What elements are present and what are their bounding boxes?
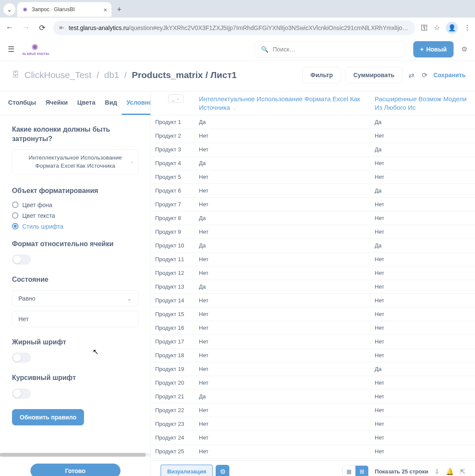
menu-icon[interactable]: ⋮ (464, 24, 471, 32)
cell-product[interactable]: Продукт 21 (151, 390, 193, 404)
bookmark-icon[interactable]: ☆ (434, 24, 440, 32)
cell-col2[interactable]: Нет (369, 349, 475, 362)
update-rule-button[interactable]: Обновить правило (12, 409, 84, 425)
cell-col1[interactable]: Нет (193, 253, 369, 266)
filter-button[interactable]: Фильтр (302, 67, 341, 83)
row-count[interactable]: Показать 25 строки (375, 468, 428, 475)
table-row[interactable]: Продукт 4ДаНет (151, 157, 475, 170)
cell-product[interactable]: Продукт 13 (151, 280, 193, 294)
editor-icon[interactable]: ⇄ (407, 69, 416, 81)
table-row[interactable]: Продукт 20НетНет (151, 376, 475, 390)
cell-col1[interactable]: Нет (193, 445, 369, 458)
cell-col1[interactable]: Нет (193, 225, 369, 239)
cell-col1[interactable]: Да (193, 157, 369, 170)
table-row[interactable]: Продукт 11НетНет (151, 253, 475, 266)
cell-col1[interactable]: Нет (193, 184, 369, 198)
cell-col2[interactable]: Нет (369, 335, 475, 349)
cell-col2[interactable]: Да (369, 143, 475, 157)
cell-col1[interactable]: Нет (193, 143, 369, 157)
breadcrumb-schema[interactable]: db1 (104, 70, 119, 80)
table-row[interactable]: Продукт 6НетДа (151, 184, 475, 198)
refresh-icon[interactable]: ⟳ (420, 69, 429, 81)
browser-tab[interactable]: ✺ Запрос · GlarusBI × (17, 2, 111, 17)
cell-product[interactable]: Продукт 25 (151, 445, 193, 458)
cell-col1[interactable]: Нет (193, 335, 369, 349)
cell-product[interactable]: Продукт 10 (151, 239, 193, 253)
radio-bg-color[interactable]: Цвет фона (12, 202, 138, 208)
radio-font-style[interactable]: Стиль шрифта (12, 223, 138, 230)
table-row[interactable]: Продукт 21ДаНет (151, 390, 475, 404)
bold-toggle[interactable] (12, 352, 31, 363)
tab-columns[interactable]: Столбцы (3, 91, 41, 115)
breadcrumb-table[interactable]: Products_matrix / Лист1 (132, 70, 237, 80)
visualization-button[interactable]: Визуализация (160, 464, 213, 476)
cell-col1[interactable]: Нет (193, 376, 369, 390)
cell-col2[interactable]: Да (369, 239, 475, 253)
settings-icon[interactable]: ⚙ (461, 45, 467, 53)
cell-product[interactable]: Продукт 9 (151, 225, 193, 239)
cell-product[interactable]: Продукт 3 (151, 143, 193, 157)
cell-col2[interactable]: Нет (369, 211, 475, 225)
cell-col1[interactable]: Да (193, 239, 369, 253)
cell-col1[interactable]: Да (193, 390, 369, 404)
table-row[interactable]: Продукт 25НетНет (151, 445, 475, 458)
cell-col1[interactable]: Нет (193, 349, 369, 362)
radio-text-color[interactable]: Цвет текста (12, 212, 138, 219)
download-icon[interactable]: ⇩ (434, 468, 440, 476)
table-row[interactable]: Продукт 2НетНет (151, 129, 475, 143)
cell-product[interactable]: Продукт 23 (151, 417, 193, 431)
table-row[interactable]: Продукт 9НетНет (151, 225, 475, 239)
cell-product[interactable]: Продукт 1 (151, 115, 193, 129)
cell-col2[interactable]: Нет (369, 390, 475, 404)
profile-avatar-icon[interactable]: 👤 (446, 22, 458, 34)
cell-product[interactable]: Продукт 6 (151, 184, 193, 198)
cell-col1[interactable]: Нет (193, 129, 369, 143)
operator-select[interactable]: Равно⌄ (12, 290, 138, 307)
cell-product[interactable]: Продукт 22 (151, 404, 193, 417)
table-row[interactable]: Продукт 24НетНет (151, 431, 475, 445)
bell-icon[interactable]: 🔔 (446, 468, 454, 476)
cell-col2[interactable]: Да (369, 115, 475, 129)
table-row[interactable]: Продукт 13ДаНет (151, 280, 475, 294)
cell-col1[interactable]: Нет (193, 198, 369, 211)
table-row[interactable]: Продукт 22НетНет (151, 404, 475, 417)
hamburger-icon[interactable]: ☰ (8, 45, 15, 54)
table-view-button[interactable]: ▦ (343, 466, 355, 476)
table-row[interactable]: Продукт 8ДаНет (151, 211, 475, 225)
cell-product[interactable]: Продукт 8 (151, 211, 193, 225)
tab-view[interactable]: Вид (100, 91, 122, 115)
reload-button[interactable]: ⟳ (37, 23, 47, 33)
cell-col2[interactable]: Да (369, 184, 475, 198)
cell-col1[interactable]: Нет (193, 431, 369, 445)
cell-col1[interactable]: Да (193, 211, 369, 225)
cell-col2[interactable]: Нет (369, 225, 475, 239)
cell-col2[interactable]: Нет (369, 307, 475, 321)
relative-cell-toggle[interactable] (12, 254, 31, 265)
site-info-icon[interactable]: ≡◦ (59, 24, 64, 31)
cell-col2[interactable]: Нет (369, 280, 475, 294)
col-header-2[interactable]: Расширенные Возмож Модели Из Любого Ис (369, 91, 475, 115)
cell-product[interactable]: Продукт 18 (151, 349, 193, 362)
italic-toggle[interactable] (12, 389, 31, 399)
forward-button[interactable]: → (21, 23, 31, 32)
cell-product[interactable]: Продукт 12 (151, 266, 193, 280)
cell-col1[interactable]: Нет (193, 170, 369, 184)
table-row[interactable]: Продукт 12НетНет (151, 266, 475, 280)
tab-cells[interactable]: Ячейки (41, 91, 72, 115)
sidebar-scrollbar-thumb[interactable] (0, 453, 146, 457)
cell-col1[interactable]: Нет (193, 266, 369, 280)
cell-col2[interactable]: Нет (369, 445, 475, 458)
table-row[interactable]: Продукт 15НетНет (151, 307, 475, 321)
search-input[interactable]: 🔍 Поиск… (255, 41, 406, 57)
sidebar-scrollbar[interactable] (0, 453, 150, 457)
cell-product[interactable]: Продукт 15 (151, 307, 193, 321)
save-button[interactable]: Сохранить (433, 72, 466, 78)
visualization-settings-button[interactable]: ⚙ (216, 465, 229, 476)
cell-col2[interactable]: Нет (369, 294, 475, 307)
cell-col2[interactable]: Нет (369, 404, 475, 417)
col-header-1[interactable]: Интеллектуальное Использование Формата E… (193, 91, 369, 115)
cell-col1[interactable]: Да (193, 280, 369, 294)
back-button[interactable]: ← (4, 23, 15, 32)
table-row[interactable]: Продукт 23НетНет (151, 417, 475, 431)
cell-col2[interactable]: Нет (369, 431, 475, 445)
